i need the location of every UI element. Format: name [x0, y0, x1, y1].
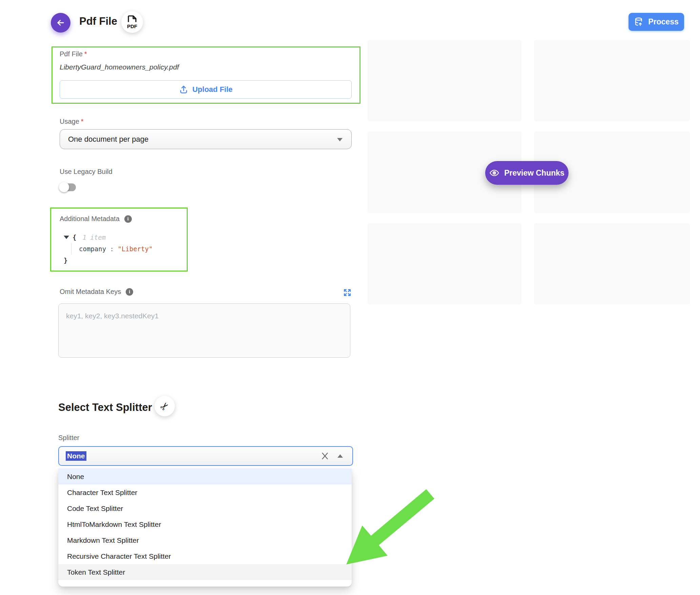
legacy-build-toggle[interactable]: [60, 182, 77, 192]
splitter-option-code[interactable]: Code Text Splitter: [58, 500, 352, 516]
splitter-option-token[interactable]: Token Text Splitter: [58, 564, 352, 580]
scissors-icon: ✂: [158, 399, 172, 414]
splitter-option-none[interactable]: None: [58, 469, 352, 484]
page-title: Pdf File: [79, 15, 117, 27]
upload-file-button[interactable]: Upload File: [60, 80, 352, 99]
text-splitter-badge: ✂: [155, 396, 175, 416]
preview-chunks-button[interactable]: Preview Chunks: [485, 161, 569, 185]
splitter-option-character[interactable]: Character Text Splitter: [58, 484, 352, 500]
process-button[interactable]: Process: [629, 13, 684, 31]
annotation-arrow: [339, 485, 440, 573]
arrow-left-icon: [56, 18, 65, 27]
collapse-triangle-icon[interactable]: [64, 236, 69, 239]
toggle-knob: [59, 182, 69, 192]
required-asterisk: *: [81, 118, 84, 125]
splitter-label: Splitter: [58, 434, 79, 442]
expand-icon[interactable]: [343, 288, 352, 297]
eye-icon: [489, 168, 499, 178]
chevron-down-icon: [337, 138, 343, 141]
required-asterisk: *: [84, 50, 87, 58]
usage-label: Usage*: [60, 118, 84, 125]
splitter-option-htmltomarkdown[interactable]: HtmlToMarkdown Text Splitter: [58, 516, 352, 532]
upload-icon: [179, 85, 188, 94]
json-open-brace: {: [73, 232, 76, 243]
chunk-placeholder: [368, 223, 521, 304]
additional-metadata-label: Additional Metadata i: [60, 215, 132, 223]
legacy-build-label: Use Legacy Build: [60, 168, 112, 176]
info-icon[interactable]: i: [124, 215, 132, 223]
chunk-placeholder: [368, 40, 521, 121]
pdf-file-label: Pdf File*: [60, 50, 87, 58]
clear-icon[interactable]: [321, 452, 329, 460]
database-upload-icon: [634, 17, 644, 27]
uploaded-filename: LibertyGuard_homeowners_policy.pdf: [60, 63, 179, 71]
json-item-count: 1 item: [82, 232, 106, 243]
splitter-option-recursive[interactable]: Recursive Character Text Splitter: [58, 548, 352, 564]
info-icon[interactable]: i: [126, 288, 133, 296]
process-button-label: Process: [648, 17, 679, 26]
splitter-option-markdown[interactable]: Markdown Text Splitter: [58, 532, 352, 548]
json-colon: :: [110, 245, 118, 253]
pdf-icon: PDF: [125, 15, 139, 29]
metadata-json-viewer: { 1 item company : "Liberty" }: [64, 232, 152, 266]
svg-text:PDF: PDF: [127, 23, 137, 29]
chunk-placeholder: [534, 40, 690, 121]
chevron-up-icon[interactable]: [337, 454, 343, 458]
json-close-brace: }: [64, 257, 67, 264]
omit-metadata-label: Omit Metadata Keys i: [60, 288, 133, 296]
back-button[interactable]: [51, 13, 70, 33]
splitter-dropdown: None Character Text Splitter Code Text S…: [58, 469, 352, 587]
pdf-file-badge: PDF: [121, 11, 143, 33]
pdf-loader-page: Pdf File PDF Process Pdf File* LibertyGu…: [0, 0, 700, 595]
json-value: "Liberty": [118, 245, 152, 253]
omit-metadata-input[interactable]: [58, 303, 350, 358]
text-splitter-heading: Select Text Splitter: [58, 401, 152, 414]
upload-file-label: Upload File: [192, 85, 233, 94]
chunk-placeholder: [534, 223, 690, 304]
preview-chunks-label: Preview Chunks: [504, 168, 564, 178]
splitter-selected-value: None: [66, 451, 86, 461]
json-key: company: [79, 245, 106, 253]
usage-selected-value: One document per page: [68, 135, 148, 144]
splitter-select[interactable]: None: [58, 446, 353, 466]
usage-select[interactable]: One document per page: [60, 129, 352, 149]
